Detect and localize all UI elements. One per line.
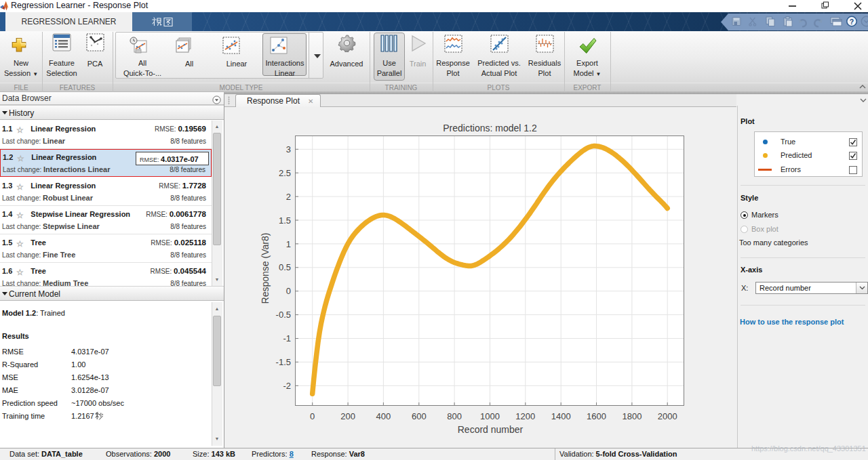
svg-text:2000: 2000 <box>658 411 677 421</box>
svg-text:-1: -1 <box>283 333 291 343</box>
svg-text:0.5: 0.5 <box>279 262 291 272</box>
svg-text:Record number: Record number <box>458 424 524 435</box>
svg-text:1.5: 1.5 <box>279 215 291 226</box>
svg-text:1800: 1800 <box>622 411 642 421</box>
svg-text:800: 800 <box>447 411 462 421</box>
svg-text:200: 200 <box>340 411 355 421</box>
svg-text:Predictions: model 1.2: Predictions: model 1.2 <box>443 123 537 133</box>
svg-text:Response (Var8): Response (Var8) <box>260 233 271 304</box>
svg-text:1200: 1200 <box>515 411 535 421</box>
svg-text:0: 0 <box>310 411 315 421</box>
svg-text:1400: 1400 <box>551 411 571 421</box>
svg-text:1000: 1000 <box>480 411 500 421</box>
svg-text:2: 2 <box>286 192 291 202</box>
svg-text:1: 1 <box>286 239 291 249</box>
svg-text:?: ? <box>850 18 854 26</box>
svg-text:400: 400 <box>376 411 391 421</box>
svg-text:-0.5: -0.5 <box>276 310 291 320</box>
svg-text:-1.5: -1.5 <box>276 357 291 367</box>
svg-text:3: 3 <box>286 144 291 154</box>
svg-text:-2: -2 <box>283 381 291 391</box>
svg-text:2.5: 2.5 <box>279 168 291 178</box>
svg-text:600: 600 <box>412 411 427 421</box>
svg-text:1600: 1600 <box>587 411 606 421</box>
svg-text:0: 0 <box>286 286 291 296</box>
